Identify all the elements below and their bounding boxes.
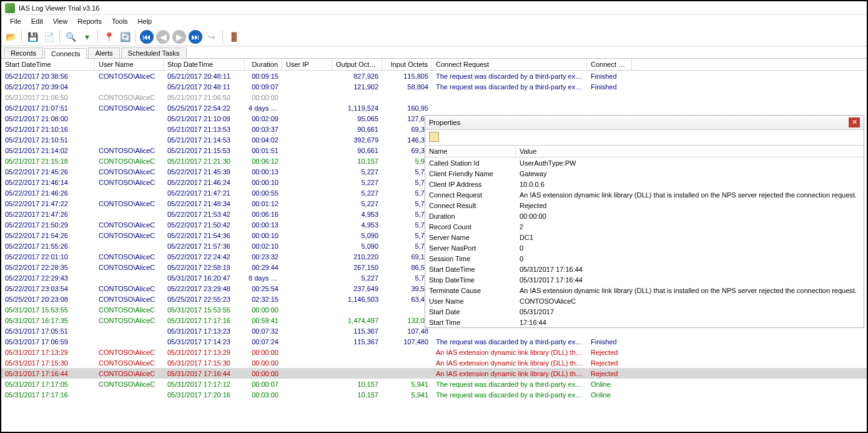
table-row[interactable]: 05/21/2017 20:39:0405/21/2017 20:48:1100… bbox=[1, 81, 867, 92]
table-row[interactable]: 05/31/2017 17:16:44CONTOSO\AliceC05/31/2… bbox=[1, 368, 867, 379]
col-stop[interactable]: Stop DateTime bbox=[164, 59, 245, 70]
save-icon[interactable]: 💾 bbox=[26, 30, 39, 44]
property-row[interactable]: Record Count2 bbox=[425, 221, 864, 232]
menu-help[interactable]: Help bbox=[133, 16, 157, 26]
table-row[interactable]: 05/21/2017 21:06:50CONTOSO\AliceC05/21/2… bbox=[1, 92, 867, 102]
col-output[interactable]: Output Octets bbox=[332, 59, 382, 70]
menubar: File Edit View Reports Tools Help bbox=[1, 15, 867, 27]
table-row[interactable]: 05/31/2017 17:17:05CONTOSO\AliceC05/31/2… bbox=[1, 379, 867, 389]
property-row[interactable]: User NameCONTOSO\AliceC bbox=[425, 296, 864, 306]
property-row[interactable]: Duration00:00:00 bbox=[425, 211, 864, 221]
menu-view[interactable]: View bbox=[48, 16, 73, 26]
property-row[interactable]: Terminate CauseAn IAS extension dynamic … bbox=[425, 285, 864, 296]
menu-file[interactable]: File bbox=[5, 16, 26, 26]
property-row[interactable]: Called Station IdUserAuthType:PW bbox=[425, 157, 864, 168]
prev-icon[interactable]: ◀ bbox=[156, 30, 170, 44]
toolbar: 📂 💾 📄 🔍 ▾ 📍 🔄 ⏮ ◀ ▶ ⏭ ↪ 🚪 bbox=[1, 27, 867, 46]
menu-edit[interactable]: Edit bbox=[26, 16, 48, 26]
menu-reports[interactable]: Reports bbox=[72, 16, 107, 26]
properties-toolbar bbox=[425, 130, 864, 146]
card-icon[interactable] bbox=[429, 132, 439, 142]
property-row[interactable]: Start Time17:16:44 bbox=[425, 317, 864, 327]
search-icon[interactable]: 🔍 bbox=[64, 30, 77, 44]
tab-bar: Records Connects Alerts Scheduled Tasks bbox=[1, 46, 867, 59]
properties-header: Name Value bbox=[425, 146, 864, 157]
property-row[interactable]: Server NameDC1 bbox=[425, 232, 864, 242]
open-icon[interactable]: 📂 bbox=[4, 30, 17, 44]
titlebar: IAS Log Viewer Trial v3.16 bbox=[1, 1, 867, 15]
table-row[interactable]: 05/21/2017 20:38:56CONTOSO\AliceC05/21/2… bbox=[1, 71, 867, 81]
col-duration[interactable]: Duration bbox=[245, 59, 282, 70]
table-row[interactable]: 05/31/2017 17:06:5905/31/2017 17:14:2300… bbox=[1, 336, 867, 347]
prop-col-name[interactable]: Name bbox=[425, 146, 516, 157]
last-icon[interactable]: ⏭ bbox=[189, 30, 202, 44]
property-row[interactable]: Start Date05/31/2017 bbox=[425, 306, 864, 317]
pin-icon[interactable]: 📍 bbox=[102, 30, 116, 44]
app-icon bbox=[5, 3, 15, 13]
window-title: IAS Log Viewer Trial v3.16 bbox=[19, 4, 99, 12]
first-icon[interactable]: ⏮ bbox=[140, 30, 154, 44]
col-input[interactable]: Input Octets bbox=[382, 59, 432, 70]
property-row[interactable]: Client Friendly NameGateway bbox=[425, 168, 864, 179]
property-row[interactable]: Server NasPort0 bbox=[425, 242, 864, 253]
col-start[interactable]: Start DateTime bbox=[1, 59, 95, 70]
tab-records[interactable]: Records bbox=[4, 47, 43, 58]
properties-panel: Properties ✕ Name Value Called Station I… bbox=[425, 115, 864, 328]
table-row[interactable]: 05/31/2017 17:13:29CONTOSO\AliceC05/31/2… bbox=[1, 347, 867, 357]
table-row[interactable]: 05/21/2017 21:07:51CONTOSO\AliceC05/25/2… bbox=[1, 102, 867, 113]
table-row[interactable]: 05/31/2017 17:15:30CONTOSO\AliceC05/31/2… bbox=[1, 357, 867, 368]
exit-icon[interactable]: 🚪 bbox=[227, 30, 240, 44]
grid-header: Start DateTime User Name Stop DateTime D… bbox=[1, 59, 867, 71]
col-result[interactable]: Connect Re... bbox=[587, 59, 632, 70]
property-row[interactable]: Connect RequestAn IAS extension dynamic … bbox=[425, 189, 864, 200]
property-row[interactable]: Session Time0 bbox=[425, 253, 864, 264]
property-row[interactable]: Connect ResultRejected bbox=[425, 200, 864, 211]
prop-col-value[interactable]: Value bbox=[516, 146, 864, 157]
tab-connects[interactable]: Connects bbox=[44, 48, 87, 59]
property-row[interactable]: Client IP Address10.0.0.6 bbox=[425, 179, 864, 189]
col-user[interactable]: User Name bbox=[95, 59, 164, 70]
filter-icon[interactable]: ▾ bbox=[80, 30, 94, 44]
property-row[interactable]: Stop DateTime05/31/2017 17:16:44 bbox=[425, 274, 864, 285]
menu-tools[interactable]: Tools bbox=[107, 16, 133, 26]
table-row[interactable]: 05/31/2017 17:17:1605/31/2017 17:20:1600… bbox=[1, 389, 867, 400]
tab-scheduled[interactable]: Scheduled Tasks bbox=[121, 47, 187, 58]
properties-body[interactable]: Called Station IdUserAuthType:PWClient F… bbox=[425, 157, 864, 327]
next-icon[interactable]: ▶ bbox=[172, 30, 186, 44]
report-icon[interactable]: 📄 bbox=[42, 30, 56, 44]
properties-title: Properties bbox=[429, 119, 460, 126]
col-userip[interactable]: User IP bbox=[282, 59, 332, 70]
refresh-icon[interactable]: 🔄 bbox=[118, 30, 132, 44]
property-row[interactable]: Start DateTime05/31/2017 17:16:44 bbox=[425, 264, 864, 274]
close-icon[interactable]: ✕ bbox=[849, 117, 860, 127]
redo-icon[interactable]: ↪ bbox=[205, 30, 219, 44]
col-request[interactable]: Connect Request bbox=[432, 59, 587, 70]
tab-alerts[interactable]: Alerts bbox=[88, 47, 119, 58]
